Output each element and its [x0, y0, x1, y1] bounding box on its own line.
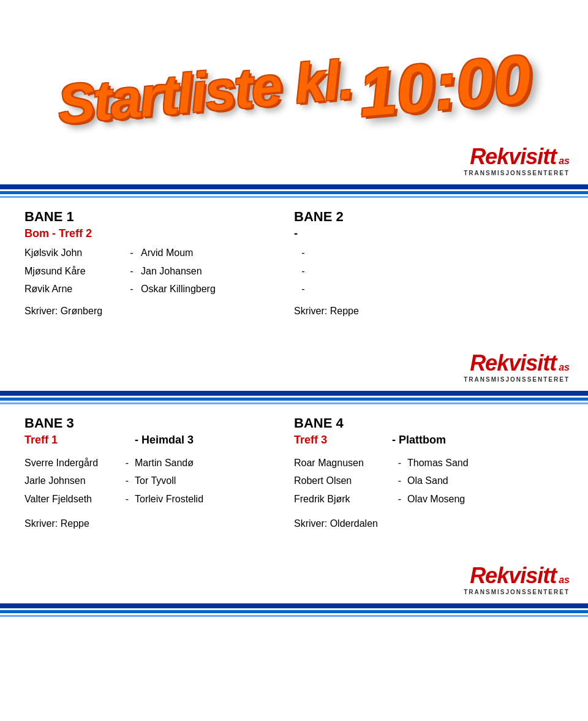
header-area: Startliste kl. 10:00 — [0, 0, 588, 135]
bane4-col5-1: - — [392, 455, 407, 471]
rekvisitt-logo-2: Rekvisitt as TRANSMISJONSSENTERET — [464, 350, 570, 383]
bane1-row-1: Kjølsvik John - Arvid Moum — [24, 245, 294, 261]
bane2-row-2: - — [294, 263, 564, 279]
bane1-right-2: Jan Johansen — [141, 263, 294, 279]
bane4-row-3: Fredrik Bjørk - Olav Moseng — [294, 491, 564, 507]
bane1-row-2: Mjøsund Kåre - Jan Johansen — [24, 263, 294, 279]
bane3-subtitle-row: Treff 1 - Heimdal 3 — [24, 434, 294, 451]
bane3-title: BANE 3 — [24, 415, 294, 431]
spacer-2 — [0, 542, 588, 554]
bane2-title: BANE 2 — [294, 209, 564, 225]
bane1-left-2: Mjøsund Kåre — [24, 263, 123, 279]
bane2-dash-2: - — [294, 263, 312, 279]
bane3-skriver: Skriver: Reppe — [24, 518, 294, 529]
bane2-dash-1: - — [294, 245, 312, 261]
rekvisitt-name-1: Rekvisitt — [470, 144, 556, 170]
bane34-data-row-3: Valter Fjeldseth - Torleiv Frostelid Fre… — [24, 491, 564, 510]
bane4-title: BANE 4 — [294, 415, 564, 431]
bane1-dash-2: - — [123, 263, 141, 279]
bane2-dash-3: - — [294, 281, 312, 297]
rekvisitt-as-2: as — [559, 362, 570, 373]
bane2-subtitle: - — [294, 227, 564, 240]
rekvisitt-as-3: as — [559, 575, 570, 586]
bane34-section: BANE 3 Treff 1 - Heimdal 3 BANE 4 Treff … — [0, 409, 588, 542]
logo-container-2: Rekvisitt as TRANSMISJONSSENTERET — [0, 341, 588, 386]
bane34-data-row-2: Jarle Johnsen - Tor Tyvoll Robert Olsen … — [24, 473, 564, 491]
bane3-col3-2: Tor Tyvoll — [135, 473, 294, 489]
title-startliste: Startliste kl. — [56, 51, 355, 132]
rekvisitt-logo-top-3: Rekvisitt as — [470, 563, 570, 589]
bane1-skriver: Skriver: Grønberg — [24, 306, 294, 317]
bane4-row-1: Roar Magnusen - Thomas Sand — [294, 455, 564, 471]
bane4-col4-2: Robert Olsen — [294, 473, 392, 489]
rekvisitt-subtitle-2: TRANSMISJONSSENTERET — [464, 376, 570, 383]
bane3-subtitle-right: - Heimdal 3 — [135, 434, 194, 447]
bane3-col1-1: Sverre Indergård — [24, 455, 119, 471]
bane2-column: BANE 2 - - - - Skriver: Reppe — [294, 209, 564, 317]
bane2-skriver: Skriver: Reppe — [294, 306, 564, 317]
rekvisitt-as-1: as — [559, 156, 570, 167]
rekvisitt-logo-top-1: Rekvisitt as — [470, 144, 570, 170]
bane3-subtitle-left: Treff 1 — [24, 434, 119, 447]
bane3-skriver-text: Skriver: Reppe — [24, 518, 89, 529]
bane1-left-1: Kjølsvik John — [24, 245, 123, 261]
stripe-divider-2 — [0, 391, 588, 404]
bane3-col2-1: - — [119, 455, 135, 471]
bane34-skrivers: Skriver: Reppe Skriver: Olderdalen — [24, 518, 564, 529]
bane3-row-1: Sverre Indergård - Martin Sandø — [24, 455, 294, 471]
bane4-col6-2: Ola Sand — [407, 473, 564, 489]
rekvisitt-subtitle-1: TRANSMISJONSSENTERET — [464, 170, 570, 176]
bane3-col3-1: Martin Sandø — [135, 455, 294, 471]
rekvisitt-name-3: Rekvisitt — [470, 563, 556, 589]
bane1-title: BANE 1 — [24, 209, 294, 225]
rekvisitt-logo-top-2: Rekvisitt as — [470, 350, 570, 376]
bane3-col2-2: - — [119, 473, 135, 489]
bane3-row-3: Valter Fjeldseth - Torleiv Frostelid — [24, 491, 294, 507]
bane12-columns: BANE 1 Bom - Treff 2 Kjølsvik John - Arv… — [24, 209, 564, 317]
rekvisitt-logo-3: Rekvisitt as TRANSMISJONSSENTERET — [464, 563, 570, 595]
bane34-data-row-1: Sverre Indergård - Martin Sandø Roar Mag… — [24, 455, 564, 474]
bane3-col1-3: Valter Fjeldseth — [24, 491, 119, 507]
bane4-row-2: Robert Olsen - Ola Sand — [294, 473, 564, 489]
bane4-col4-1: Roar Magnusen — [294, 455, 392, 471]
bane4-skriver: Skriver: Olderdalen — [294, 518, 564, 529]
stripe-divider-3 — [0, 603, 588, 617]
bane1-dash-3: - — [123, 281, 141, 297]
bane1-row-3: Røvik Arne - Oskar Killingberg — [24, 281, 294, 297]
bane3-col3-3: Torleiv Frostelid — [135, 491, 294, 507]
bane4-col6-1: Thomas Sand — [407, 455, 564, 471]
bane4-subtitle-row: Treff 3 - Plattbom — [294, 434, 564, 451]
bane3-col2-3: - — [119, 491, 135, 507]
bane1-right-3: Oskar Killingberg — [141, 281, 294, 297]
bane3-header: BANE 3 Treff 1 - Heimdal 3 — [24, 415, 294, 451]
title-wrapper: Startliste kl. 10:00 — [57, 21, 531, 113]
logo-container-3: Rekvisitt as TRANSMISJONSSENTERET — [0, 554, 588, 598]
bane34-headers: BANE 3 Treff 1 - Heimdal 3 BANE 4 Treff … — [24, 415, 564, 451]
bane4-col5-3: - — [392, 491, 407, 507]
spacer-1 — [0, 329, 588, 341]
bane12-section: BANE 1 Bom - Treff 2 Kjølsvik John - Arv… — [0, 203, 588, 329]
bane1-left-3: Røvik Arne — [24, 281, 123, 297]
bane3-col1-2: Jarle Johnsen — [24, 473, 119, 489]
bane2-row-1: - — [294, 245, 564, 261]
bane4-header: BANE 4 Treff 3 - Plattbom — [294, 415, 564, 451]
bane4-subtitle-left: Treff 3 — [294, 434, 392, 447]
title-time: 10:00 — [356, 45, 534, 127]
rekvisitt-name-2: Rekvisitt — [470, 350, 556, 376]
bane4-skriver-text: Skriver: Olderdalen — [294, 518, 378, 529]
bane1-right-1: Arvid Moum — [141, 245, 294, 261]
bane1-column: BANE 1 Bom - Treff 2 Kjølsvik John - Arv… — [24, 209, 294, 317]
bane1-subtitle: Bom - Treff 2 — [24, 227, 294, 240]
logo-container-1: Rekvisitt as TRANSMISJONSSENTERET — [0, 135, 588, 179]
rekvisitt-logo-1: Rekvisitt as TRANSMISJONSSENTERET — [464, 144, 570, 176]
bane4-col6-3: Olav Moseng — [407, 491, 564, 507]
bane1-dash-1: - — [123, 245, 141, 261]
rekvisitt-subtitle-3: TRANSMISJONSSENTERET — [464, 589, 570, 595]
bane4-subtitle-right: - Plattbom — [392, 434, 446, 447]
bane4-col5-2: - — [392, 473, 407, 489]
stripe-divider-1 — [0, 184, 588, 198]
bane4-col4-3: Fredrik Bjørk — [294, 491, 392, 507]
bane3-row-2: Jarle Johnsen - Tor Tyvoll — [24, 473, 294, 489]
bane2-row-3: - — [294, 281, 564, 297]
